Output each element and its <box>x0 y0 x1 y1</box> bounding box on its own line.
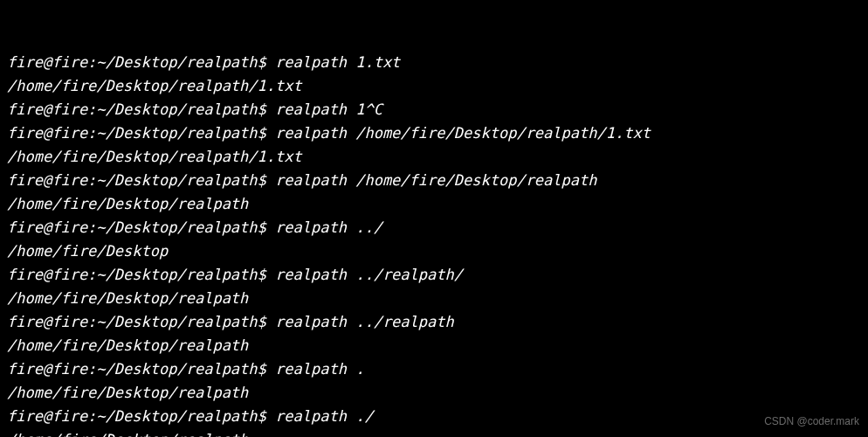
shell-prompt: fire@fire:~/Desktop/realpath$ <box>7 171 266 189</box>
command-text: realpath 1^C <box>275 101 382 118</box>
terminal-line: /home/fire/Desktop/realpath <box>7 192 861 216</box>
terminal-line: /home/fire/Desktop/realpath/1.txt <box>7 145 861 169</box>
terminal-line: fire@fire:~/Desktop/realpath$ realpath .… <box>7 405 861 428</box>
shell-prompt: fire@fire:~/Desktop/realpath$ <box>7 218 266 236</box>
terminal-line: /home/fire/Desktop/realpath <box>7 334 861 357</box>
shell-prompt: fire@fire:~/Desktop/realpath$ <box>7 53 266 71</box>
terminal-line: fire@fire:~/Desktop/realpath$ realpath 1… <box>7 51 861 74</box>
output-text: /home/fire/Desktop/realpath <box>7 431 248 437</box>
output-text: /home/fire/Desktop/realpath <box>7 195 248 212</box>
terminal-line: fire@fire:~/Desktop/realpath$ realpath .… <box>7 310 861 334</box>
shell-prompt: fire@fire:~/Desktop/realpath$ <box>7 407 266 425</box>
command-text: realpath ../ <box>275 218 382 236</box>
shell-prompt: fire@fire:~/Desktop/realpath$ <box>7 313 266 330</box>
terminal-line: fire@fire:~/Desktop/realpath$ realpath /… <box>7 121 861 145</box>
terminal-line: fire@fire:~/Desktop/realpath$ realpath .… <box>7 263 861 287</box>
command-text: realpath /home/fire/Desktop/realpath/1.t… <box>275 124 651 142</box>
terminal-lines: fire@fire:~/Desktop/realpath$ realpath 1… <box>7 51 861 437</box>
output-text: /home/fire/Desktop/realpath <box>7 384 248 401</box>
command-text: realpath 1.txt <box>275 53 400 71</box>
command-text: realpath /home/fire/Desktop/realpath <box>275 171 596 189</box>
terminal-line: fire@fire:~/Desktop/realpath$ realpath 1… <box>7 98 861 121</box>
output-text: /home/fire/Desktop/realpath <box>7 336 248 354</box>
command-text: realpath ../realpath/ <box>275 266 463 283</box>
command-text: realpath . <box>275 360 364 378</box>
shell-prompt: fire@fire:~/Desktop/realpath$ <box>7 101 266 118</box>
terminal-line: /home/fire/Desktop/realpath/1.txt <box>7 74 861 98</box>
terminal-line: fire@fire:~/Desktop/realpath$ realpath /… <box>7 169 861 192</box>
watermark: CSDN @coder.mark <box>764 410 859 434</box>
terminal-line: fire@fire:~/Desktop/realpath$ realpath .… <box>7 216 861 239</box>
terminal-line: /home/fire/Desktop/realpath <box>7 287 861 310</box>
shell-prompt: fire@fire:~/Desktop/realpath$ <box>7 266 266 283</box>
shell-prompt: fire@fire:~/Desktop/realpath$ <box>7 124 266 142</box>
terminal-line: fire@fire:~/Desktop/realpath$ realpath . <box>7 357 861 381</box>
command-text: realpath ./ <box>275 407 374 425</box>
terminal-window[interactable]: fire@fire:~/Desktop/realpath$ realpath 1… <box>0 0 868 437</box>
command-text: realpath ../realpath <box>275 313 454 330</box>
terminal-line: /home/fire/Desktop/realpath <box>7 381 861 405</box>
terminal-line: /home/fire/Desktop <box>7 239 861 263</box>
terminal-line: /home/fire/Desktop/realpath <box>7 428 861 437</box>
output-text: /home/fire/Desktop/realpath <box>7 289 248 307</box>
output-text: /home/fire/Desktop/realpath/1.txt <box>7 77 302 94</box>
output-text: /home/fire/Desktop/realpath/1.txt <box>7 148 302 165</box>
shell-prompt: fire@fire:~/Desktop/realpath$ <box>7 360 266 378</box>
output-text: /home/fire/Desktop <box>7 242 168 260</box>
